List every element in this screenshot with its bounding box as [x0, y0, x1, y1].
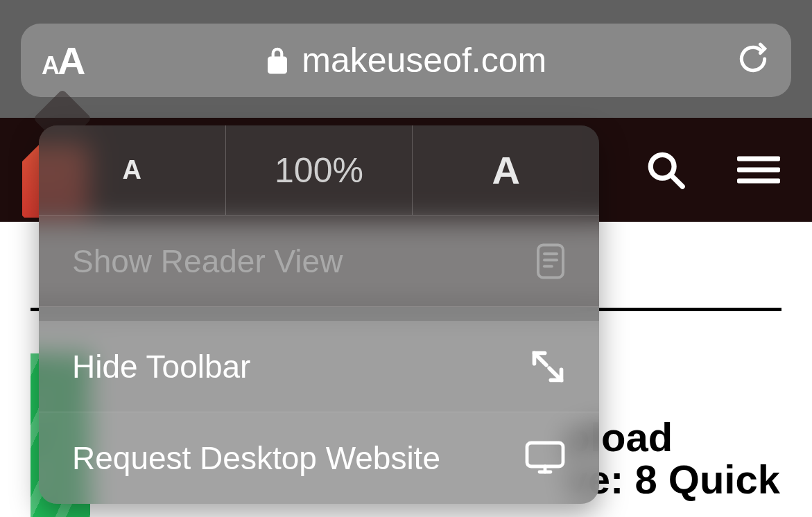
page-settings-popover: A 100% A Show Reader View Hide Toolbar R…	[39, 125, 599, 504]
url-domain: makeuseof.com	[302, 41, 546, 80]
hide-toolbar-item[interactable]: Hide Toolbar	[39, 307, 599, 412]
browser-chrome-top: A A makeuseof.com	[0, 0, 812, 118]
text-size-button[interactable]: A A	[42, 38, 85, 83]
reload-button[interactable]	[736, 41, 770, 80]
menu-item-label: Request Desktop Website	[72, 439, 440, 477]
reader-icon	[535, 243, 566, 280]
zoom-out-button[interactable]: A	[39, 125, 225, 215]
menu-item-label: Hide Toolbar	[72, 348, 250, 385]
small-a-icon: A	[123, 155, 141, 185]
zoom-level-display[interactable]: 100%	[225, 125, 413, 215]
show-reader-view-item[interactable]: Show Reader View	[39, 216, 599, 307]
large-a-icon: A	[492, 148, 519, 193]
menu-item-label: Show Reader View	[72, 243, 343, 280]
svg-line-1	[671, 175, 682, 186]
expand-icon	[530, 349, 566, 385]
url-display: makeuseof.com	[21, 40, 791, 80]
url-bar[interactable]: A A makeuseof.com	[21, 24, 791, 97]
request-desktop-website-item[interactable]: Request Desktop Website	[39, 412, 599, 504]
menu-button[interactable]	[737, 150, 780, 190]
desktop-icon	[524, 440, 566, 476]
search-button[interactable]	[646, 150, 686, 190]
zoom-in-button[interactable]: A	[413, 125, 599, 215]
lock-icon	[266, 46, 289, 75]
zoom-controls: A 100% A	[39, 125, 599, 216]
svg-rect-6	[527, 443, 563, 466]
text-size-large-a-icon: A	[58, 38, 85, 83]
zoom-percent: 100%	[275, 150, 363, 191]
